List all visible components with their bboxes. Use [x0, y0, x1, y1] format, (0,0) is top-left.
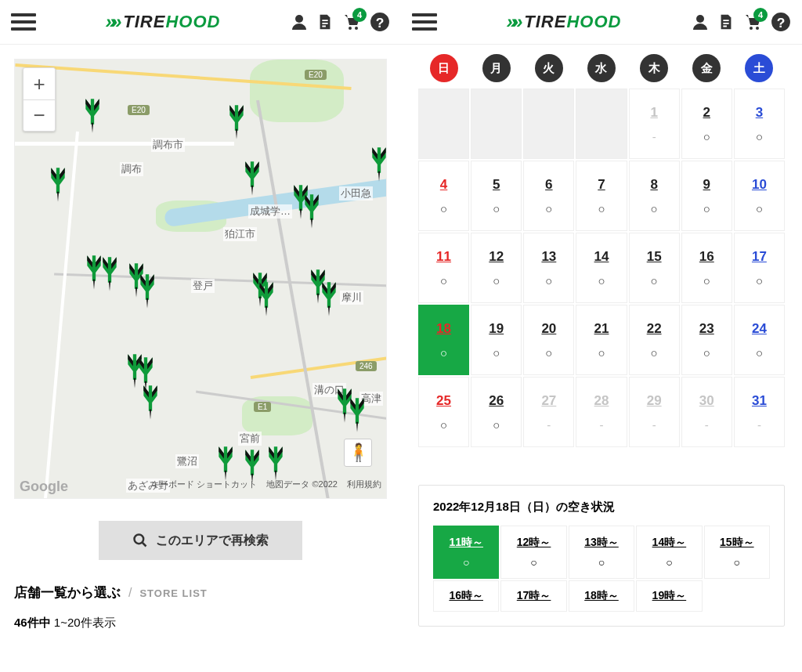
- time-slot[interactable]: 12時～○: [500, 526, 566, 579]
- calendar-day[interactable]: 18○: [418, 305, 469, 375]
- day-number: 24: [752, 321, 767, 337]
- calendar-day[interactable]: 9○: [681, 161, 732, 231]
- day-number: 11: [436, 249, 451, 265]
- calendar-day[interactable]: 11○: [418, 233, 469, 303]
- menu-button[interactable]: [412, 9, 437, 34]
- account-icon[interactable]: [290, 13, 309, 31]
- street-view-pegman[interactable]: 🧍: [344, 439, 372, 467]
- menu-button[interactable]: [11, 9, 36, 34]
- store-pin[interactable]: [99, 257, 120, 291]
- availability-icon: ○: [440, 202, 447, 215]
- time-slot[interactable]: 14時～○: [636, 526, 702, 579]
- store-pin[interactable]: [319, 282, 339, 316]
- day-number: 4: [440, 177, 447, 193]
- calendar-day[interactable]: 25○: [418, 377, 469, 447]
- cart-icon[interactable]: 4: [742, 13, 763, 31]
- calendar-day[interactable]: 16○: [681, 233, 732, 303]
- map-label: 成城学…: [248, 204, 292, 219]
- time-slot[interactable]: 17時～: [500, 580, 566, 612]
- calendar-day[interactable]: 3○: [734, 89, 785, 159]
- calendar-day[interactable]: 24○: [734, 305, 785, 375]
- weekday-header: 日月火水木金土: [418, 54, 785, 82]
- brand-logo[interactable]: »» TIREHOOD: [507, 11, 622, 33]
- calendar-day[interactable]: 21○: [576, 305, 627, 375]
- day-number: 7: [598, 177, 605, 193]
- calendar-day[interactable]: 19○: [471, 305, 522, 375]
- store-pin[interactable]: [48, 168, 68, 202]
- calendar-day[interactable]: 6○: [523, 161, 574, 231]
- map-label: 摩川: [340, 291, 363, 305]
- brand-logo[interactable]: »» TIREHOOD: [106, 11, 221, 33]
- availability-icon: ○: [493, 418, 500, 432]
- map-terms-link[interactable]: 利用規約: [347, 479, 381, 495]
- availability-icon: ○: [545, 346, 552, 359]
- calendar-day[interactable]: 20○: [523, 305, 574, 375]
- slot-time: 11時～: [449, 536, 483, 550]
- store-pin[interactable]: [137, 274, 157, 309]
- calendar-day[interactable]: 8○: [629, 161, 680, 231]
- store-pin[interactable]: [369, 147, 387, 182]
- weekday-label: 火: [535, 54, 563, 82]
- time-slot[interactable]: 11時～○: [433, 526, 499, 579]
- calendar-day[interactable]: 14○: [576, 233, 627, 303]
- map-kb-shortcut[interactable]: キーボード ショートカット: [151, 479, 257, 495]
- weekday-label: 水: [587, 54, 616, 82]
- availability-icon: -: [757, 418, 761, 432]
- calendar-day[interactable]: 23○: [681, 305, 732, 375]
- availability-icon: ○: [530, 556, 536, 569]
- availability-icon: ○: [598, 202, 605, 215]
- help-icon[interactable]: [370, 12, 390, 32]
- time-slot[interactable]: 19時～: [636, 580, 702, 612]
- store-pin[interactable]: [266, 446, 286, 481]
- time-slot[interactable]: 15時～○: [704, 526, 770, 579]
- calendar-day[interactable]: 7○: [576, 161, 627, 231]
- zoom-out-button[interactable]: −: [23, 99, 55, 131]
- store-pin[interactable]: [256, 282, 276, 316]
- calendar-day[interactable]: 26○: [471, 377, 522, 447]
- help-icon[interactable]: [771, 12, 791, 32]
- store-pin[interactable]: [226, 105, 247, 139]
- calendar-day[interactable]: 12○: [471, 233, 522, 303]
- time-slot[interactable]: 18時～: [569, 580, 634, 612]
- calendar-day[interactable]: 31-: [734, 377, 785, 447]
- map-label: 宮前: [238, 432, 262, 446]
- document-icon[interactable]: [717, 13, 735, 31]
- store-pin[interactable]: [347, 398, 367, 432]
- logo-chevrons-icon: »»: [106, 11, 117, 33]
- calendar-day[interactable]: 28-: [576, 377, 627, 447]
- calendar-day[interactable]: 13○: [523, 233, 574, 303]
- account-icon[interactable]: [691, 13, 710, 31]
- calendar-day[interactable]: 5○: [471, 161, 522, 231]
- calendar-day[interactable]: 30-: [681, 377, 732, 447]
- calendar-grid: 1-2○3○4○5○6○7○8○9○10○11○12○13○14○15○16○1…: [418, 89, 785, 447]
- time-slot[interactable]: 16時～: [433, 580, 499, 612]
- calendar-day[interactable]: 27-: [523, 377, 574, 447]
- day-number: 6: [545, 177, 552, 193]
- slot-time: 16時～: [449, 589, 483, 603]
- calendar-day[interactable]: 2○: [681, 89, 732, 159]
- store-map[interactable]: 調布市 調布 成城学… 狛江市 登戸 溝の口 高津 宮前 鷺沼 あざみ野 小田急…: [14, 59, 387, 499]
- calendar-day: [523, 89, 574, 159]
- research-area-button[interactable]: このエリアで再検索: [99, 521, 302, 560]
- time-slot[interactable]: 13時～○: [569, 526, 634, 579]
- calendar-day[interactable]: 1-: [629, 89, 680, 159]
- document-icon[interactable]: [316, 13, 334, 31]
- calendar-day[interactable]: 29-: [629, 377, 680, 447]
- calendar-day[interactable]: 17○: [734, 233, 785, 303]
- map-data-copyright: 地図データ ©2022: [266, 479, 338, 495]
- calendar-day[interactable]: 22○: [629, 305, 680, 375]
- cart-icon[interactable]: 4: [341, 13, 362, 31]
- calendar-day[interactable]: 15○: [629, 233, 680, 303]
- store-pin[interactable]: [215, 446, 236, 481]
- availability-icon: -: [652, 130, 656, 143]
- availability-icon: ○: [598, 556, 605, 569]
- zoom-in-button[interactable]: +: [23, 68, 55, 99]
- store-pin[interactable]: [82, 99, 103, 133]
- store-pin[interactable]: [140, 385, 161, 420]
- calendar-day: [471, 89, 522, 159]
- calendar-day[interactable]: 4○: [418, 161, 469, 231]
- calendar-day[interactable]: 10○: [734, 161, 785, 231]
- availability-icon: ○: [493, 346, 500, 359]
- store-pin[interactable]: [302, 194, 322, 229]
- store-pin[interactable]: [242, 161, 262, 196]
